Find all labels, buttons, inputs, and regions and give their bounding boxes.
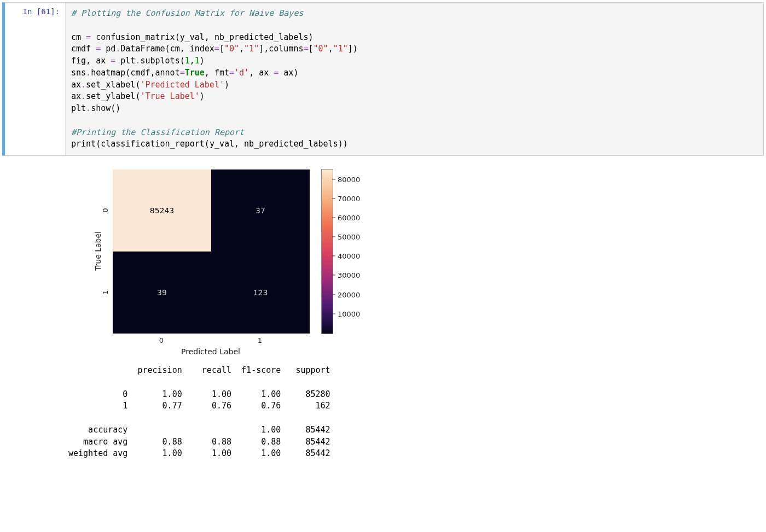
notebook-output-cell: 85243 37 39 123 0 1 0 1 True Label Predi… (0, 158, 766, 460)
tick-mark-icon (332, 179, 335, 179)
y-tick-0: 0 (101, 206, 109, 215)
colorbar-tick: 80000 (332, 175, 360, 183)
notebook-code-cell: In [61]: # Plotting the Confusion Matrix… (2, 2, 764, 156)
x-axis-label: Predicted Label (112, 347, 309, 356)
colorbar-tick-label: 50000 (338, 233, 360, 241)
heatmap-cell-0-1: 37 (211, 169, 310, 252)
colorbar-tick: 60000 (332, 214, 360, 222)
x-tick-0: 0 (156, 336, 167, 344)
output-body: 85243 37 39 123 0 1 0 1 True Label Predi… (63, 158, 380, 460)
output-prompt-pad (0, 158, 63, 460)
code-comment: #Printing the Classification Report (71, 127, 244, 137)
code-comment: # Plotting the Confusion Matrix for Naiv… (71, 8, 303, 18)
x-tick-1: 1 (254, 336, 265, 344)
colorbar-tick: 70000 (332, 195, 360, 203)
colorbar-gradient (321, 169, 333, 334)
heatmap-cell-1-1: 123 (211, 252, 310, 334)
colorbar-tick: 40000 (332, 252, 360, 260)
heatmap-cell-0-0: 85243 (113, 169, 211, 252)
tick-mark-icon (332, 198, 335, 199)
colorbar-tick-label: 70000 (338, 195, 360, 203)
tick-mark-icon (332, 294, 335, 295)
colorbar-tick: 20000 (332, 290, 360, 299)
colorbar-tick-label: 60000 (338, 214, 360, 222)
y-tick-1: 1 (101, 288, 109, 297)
code-input-area[interactable]: # Plotting the Confusion Matrix for Naiv… (65, 3, 763, 155)
colorbar-tick: 50000 (332, 233, 360, 241)
prompt-label: In [61]: (23, 7, 60, 16)
colorbar-tick: 30000 (332, 271, 360, 279)
colorbar-tick-label: 30000 (338, 271, 360, 279)
y-axis-label: True Label (94, 231, 102, 271)
tick-mark-icon (332, 256, 335, 256)
heatmap-cell-1-0: 39 (113, 252, 211, 334)
tick-mark-icon (332, 275, 335, 276)
colorbar-tick: 10000 (332, 309, 360, 318)
colorbar-tick-label: 20000 (338, 290, 360, 299)
code-text[interactable]: # Plotting the Confusion Matrix for Naiv… (71, 8, 757, 150)
tick-mark-icon (332, 237, 335, 237)
heatmap-grid: 85243 37 39 123 (112, 169, 310, 334)
tick-mark-icon (332, 218, 335, 218)
colorbar-tick-label: 80000 (338, 175, 360, 183)
input-prompt: In [61]: (5, 3, 65, 155)
colorbar-tick-label: 10000 (338, 309, 360, 318)
colorbar: 8000070000600005000040000300002000010000 (321, 169, 332, 333)
classification-report: precision recall f1-score support 0 1.00… (68, 365, 380, 460)
tick-mark-icon (332, 313, 335, 314)
confusion-matrix-heatmap: 85243 37 39 123 0 1 0 1 True Label Predi… (68, 163, 380, 360)
colorbar-tick-label: 40000 (338, 252, 360, 260)
